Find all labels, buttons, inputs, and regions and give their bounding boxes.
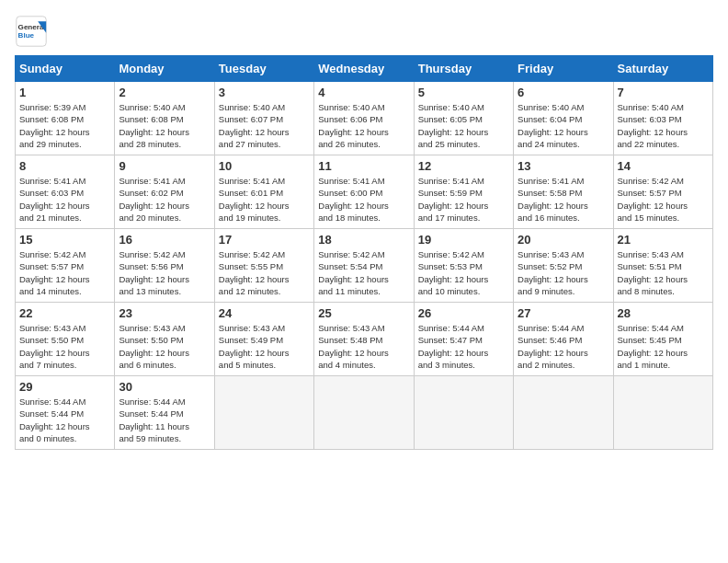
day-info: Sunrise: 5:44 AM Sunset: 5:44 PM Dayligh…: [19, 396, 110, 444]
calendar-cell: 23Sunrise: 5:43 AM Sunset: 5:50 PM Dayli…: [115, 303, 214, 376]
page-header: General Blue: [15, 15, 713, 48]
calendar-cell: 2Sunrise: 5:40 AM Sunset: 6:08 PM Daylig…: [115, 82, 214, 155]
calendar-cell: 26Sunrise: 5:44 AM Sunset: 5:47 PM Dayli…: [414, 303, 513, 376]
day-number: 14: [618, 159, 709, 173]
logo: General Blue: [15, 15, 48, 48]
day-number: 10: [219, 159, 310, 173]
calendar-cell: [613, 376, 712, 450]
calendar-cell: 14Sunrise: 5:42 AM Sunset: 5:57 PM Dayli…: [613, 155, 712, 229]
day-number: 15: [19, 233, 110, 247]
calendar-cell: 29Sunrise: 5:44 AM Sunset: 5:44 PM Dayli…: [16, 376, 115, 450]
day-number: 24: [219, 306, 310, 320]
day-header-wednesday: Wednesday: [314, 56, 414, 82]
day-number: 28: [618, 306, 709, 320]
day-number: 25: [318, 306, 409, 320]
day-number: 13: [518, 159, 609, 173]
day-info: Sunrise: 5:43 AM Sunset: 5:50 PM Dayligh…: [119, 322, 210, 371]
day-info: Sunrise: 5:44 AM Sunset: 5:47 PM Dayligh…: [418, 322, 509, 371]
calendar-cell: 28Sunrise: 5:44 AM Sunset: 5:45 PM Dayli…: [613, 303, 712, 376]
day-number: 16: [119, 233, 210, 247]
day-info: Sunrise: 5:44 AM Sunset: 5:46 PM Dayligh…: [518, 322, 609, 371]
day-number: 23: [119, 306, 210, 320]
calendar-cell: 1Sunrise: 5:39 AM Sunset: 6:08 PM Daylig…: [16, 82, 115, 155]
day-info: Sunrise: 5:43 AM Sunset: 5:49 PM Dayligh…: [219, 322, 310, 371]
calendar-week-1: 1Sunrise: 5:39 AM Sunset: 6:08 PM Daylig…: [16, 82, 713, 155]
day-info: Sunrise: 5:41 AM Sunset: 5:58 PM Dayligh…: [518, 175, 609, 224]
calendar-header-row: SundayMondayTuesdayWednesdayThursdayFrid…: [16, 56, 713, 82]
calendar-week-5: 29Sunrise: 5:44 AM Sunset: 5:44 PM Dayli…: [16, 376, 713, 450]
logo-icon: General Blue: [15, 15, 48, 48]
calendar-cell: 11Sunrise: 5:41 AM Sunset: 6:00 PM Dayli…: [314, 155, 414, 229]
calendar-cell: 8Sunrise: 5:41 AM Sunset: 6:03 PM Daylig…: [16, 155, 115, 229]
day-number: 8: [19, 159, 110, 173]
day-number: 19: [418, 233, 509, 247]
calendar-cell: 7Sunrise: 5:40 AM Sunset: 6:03 PM Daylig…: [613, 82, 712, 155]
calendar-table: SundayMondayTuesdayWednesdayThursdayFrid…: [15, 55, 713, 450]
calendar-cell: 27Sunrise: 5:44 AM Sunset: 5:46 PM Dayli…: [514, 303, 613, 376]
day-info: Sunrise: 5:43 AM Sunset: 5:51 PM Dayligh…: [618, 248, 709, 297]
svg-text:Blue: Blue: [18, 31, 35, 40]
day-number: 27: [518, 306, 609, 320]
calendar-cell: 12Sunrise: 5:41 AM Sunset: 5:59 PM Dayli…: [414, 155, 513, 229]
day-header-saturday: Saturday: [613, 56, 712, 82]
day-header-friday: Friday: [514, 56, 613, 82]
day-info: Sunrise: 5:42 AM Sunset: 5:56 PM Dayligh…: [119, 248, 210, 297]
day-info: Sunrise: 5:42 AM Sunset: 5:55 PM Dayligh…: [219, 248, 310, 297]
day-info: Sunrise: 5:44 AM Sunset: 5:44 PM Dayligh…: [119, 396, 210, 444]
calendar-cell: [514, 376, 613, 450]
day-number: 30: [119, 380, 210, 394]
day-info: Sunrise: 5:41 AM Sunset: 6:02 PM Dayligh…: [119, 175, 210, 224]
calendar-cell: [414, 376, 513, 450]
day-info: Sunrise: 5:43 AM Sunset: 5:48 PM Dayligh…: [318, 322, 409, 371]
day-info: Sunrise: 5:42 AM Sunset: 5:54 PM Dayligh…: [318, 248, 409, 297]
calendar-cell: 30Sunrise: 5:44 AM Sunset: 5:44 PM Dayli…: [115, 376, 214, 450]
day-number: 12: [418, 159, 509, 173]
calendar-cell: 21Sunrise: 5:43 AM Sunset: 5:51 PM Dayli…: [613, 229, 712, 303]
calendar-cell: 16Sunrise: 5:42 AM Sunset: 5:56 PM Dayli…: [115, 229, 214, 303]
calendar-body: 1Sunrise: 5:39 AM Sunset: 6:08 PM Daylig…: [16, 82, 713, 450]
calendar-week-2: 8Sunrise: 5:41 AM Sunset: 6:03 PM Daylig…: [16, 155, 713, 229]
day-info: Sunrise: 5:40 AM Sunset: 6:05 PM Dayligh…: [418, 101, 509, 150]
calendar-cell: [314, 376, 414, 450]
calendar-cell: 3Sunrise: 5:40 AM Sunset: 6:07 PM Daylig…: [214, 82, 313, 155]
day-info: Sunrise: 5:40 AM Sunset: 6:03 PM Dayligh…: [618, 101, 709, 150]
day-info: Sunrise: 5:41 AM Sunset: 5:59 PM Dayligh…: [418, 175, 509, 224]
calendar-cell: 24Sunrise: 5:43 AM Sunset: 5:49 PM Dayli…: [214, 303, 313, 376]
day-info: Sunrise: 5:42 AM Sunset: 5:53 PM Dayligh…: [418, 248, 509, 297]
day-number: 11: [318, 159, 409, 173]
day-number: 7: [618, 86, 709, 99]
calendar-cell: 25Sunrise: 5:43 AM Sunset: 5:48 PM Dayli…: [314, 303, 414, 376]
day-number: 6: [518, 86, 609, 99]
day-header-tuesday: Tuesday: [214, 56, 313, 82]
day-info: Sunrise: 5:43 AM Sunset: 5:50 PM Dayligh…: [19, 322, 110, 371]
day-info: Sunrise: 5:42 AM Sunset: 5:57 PM Dayligh…: [19, 248, 110, 297]
calendar-cell: 13Sunrise: 5:41 AM Sunset: 5:58 PM Dayli…: [514, 155, 613, 229]
calendar-cell: 19Sunrise: 5:42 AM Sunset: 5:53 PM Dayli…: [414, 229, 513, 303]
calendar-cell: 9Sunrise: 5:41 AM Sunset: 6:02 PM Daylig…: [115, 155, 214, 229]
day-info: Sunrise: 5:39 AM Sunset: 6:08 PM Dayligh…: [19, 101, 110, 150]
calendar-cell: 20Sunrise: 5:43 AM Sunset: 5:52 PM Dayli…: [514, 229, 613, 303]
day-info: Sunrise: 5:40 AM Sunset: 6:06 PM Dayligh…: [318, 101, 409, 150]
day-info: Sunrise: 5:43 AM Sunset: 5:52 PM Dayligh…: [518, 248, 609, 297]
calendar-week-3: 15Sunrise: 5:42 AM Sunset: 5:57 PM Dayli…: [16, 229, 713, 303]
calendar-cell: 4Sunrise: 5:40 AM Sunset: 6:06 PM Daylig…: [314, 82, 414, 155]
day-number: 9: [119, 159, 210, 173]
calendar-cell: [214, 376, 313, 450]
day-number: 22: [19, 306, 110, 320]
day-number: 29: [19, 380, 110, 394]
calendar-cell: 15Sunrise: 5:42 AM Sunset: 5:57 PM Dayli…: [16, 229, 115, 303]
day-number: 18: [318, 233, 409, 247]
day-info: Sunrise: 5:40 AM Sunset: 6:08 PM Dayligh…: [119, 101, 210, 150]
day-number: 20: [518, 233, 609, 247]
calendar-week-4: 22Sunrise: 5:43 AM Sunset: 5:50 PM Dayli…: [16, 303, 713, 376]
day-number: 5: [418, 86, 509, 99]
calendar-cell: 18Sunrise: 5:42 AM Sunset: 5:54 PM Dayli…: [314, 229, 414, 303]
calendar-cell: 17Sunrise: 5:42 AM Sunset: 5:55 PM Dayli…: [214, 229, 313, 303]
day-info: Sunrise: 5:41 AM Sunset: 6:01 PM Dayligh…: [219, 175, 310, 224]
day-number: 17: [219, 233, 310, 247]
day-number: 1: [19, 86, 110, 99]
day-header-sunday: Sunday: [16, 56, 115, 82]
day-number: 26: [418, 306, 509, 320]
day-number: 21: [618, 233, 709, 247]
day-info: Sunrise: 5:41 AM Sunset: 6:03 PM Dayligh…: [19, 175, 110, 224]
